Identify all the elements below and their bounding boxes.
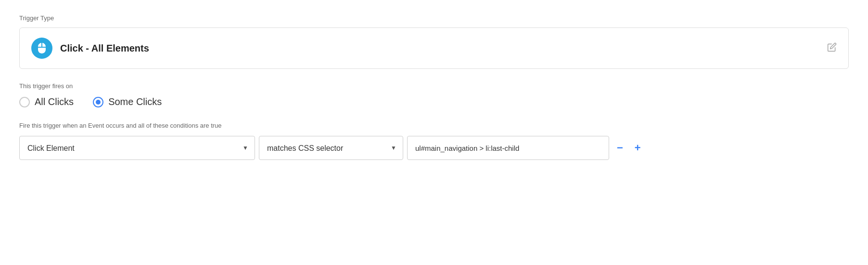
all-clicks-radio[interactable] xyxy=(19,97,30,107)
filter-field-select[interactable]: Click Element Click Classes Click ID Cli… xyxy=(19,136,255,160)
edit-button[interactable] xyxy=(827,42,837,54)
all-clicks-label: All Clicks xyxy=(35,96,74,107)
trigger-name: Click - All Elements xyxy=(60,43,149,54)
operator-field-select[interactable]: matches CSS selector contains equals sta… xyxy=(259,136,403,160)
some-clicks-option[interactable]: Some Clicks xyxy=(93,96,162,107)
trigger-icon xyxy=(31,38,52,59)
add-condition-button[interactable]: + xyxy=(631,141,645,155)
trigger-box-left: Click - All Elements xyxy=(31,38,149,59)
trigger-box: Click - All Elements xyxy=(19,27,849,69)
radio-group: All Clicks Some Clicks xyxy=(19,96,849,107)
remove-condition-button[interactable]: − xyxy=(613,141,627,155)
operator-field-wrapper: matches CSS selector contains equals sta… xyxy=(259,136,403,160)
trigger-type-section: Trigger Type Click - All Elements xyxy=(19,14,849,69)
all-clicks-option[interactable]: All Clicks xyxy=(19,96,74,107)
fires-on-section: This trigger fires on All Clicks Some Cl… xyxy=(19,82,849,107)
some-clicks-radio[interactable] xyxy=(93,97,103,107)
conditions-label: Fire this trigger when an Event occurs a… xyxy=(19,122,849,129)
mouse-icon xyxy=(36,42,48,54)
trigger-type-label: Trigger Type xyxy=(19,14,849,22)
condition-value-input[interactable] xyxy=(407,136,609,160)
fires-on-label: This trigger fires on xyxy=(19,82,849,90)
filter-field-wrapper: Click Element Click Classes Click ID Cli… xyxy=(19,136,255,160)
conditions-row: Click Element Click Classes Click ID Cli… xyxy=(19,136,849,160)
some-clicks-label: Some Clicks xyxy=(108,96,162,107)
conditions-section: Fire this trigger when an Event occurs a… xyxy=(19,122,849,160)
